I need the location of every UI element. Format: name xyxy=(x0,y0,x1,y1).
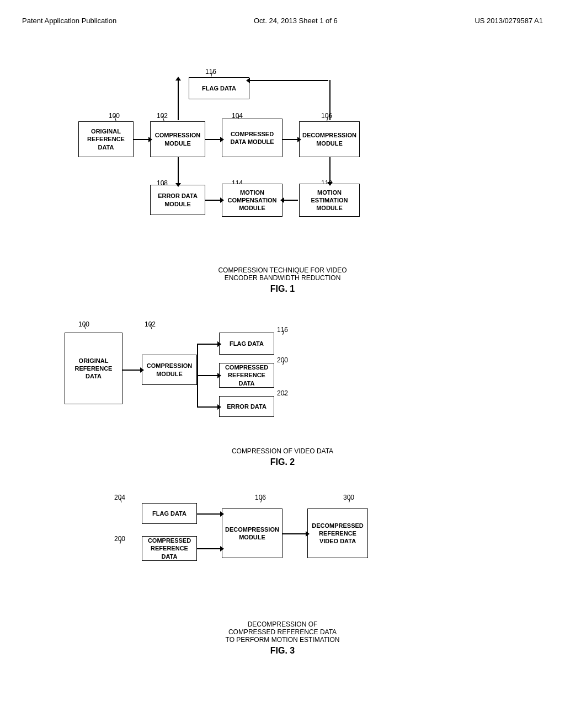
box-motion-comp: MOTION COMPENSATION MODULE xyxy=(222,184,282,217)
fig3-box-decompressed-ref: DECOMPRESSED REFERENCE VIDEO DATA xyxy=(307,508,368,558)
fig3-section: 204 106 300 200 \ / / / FLAG DATA COMPRE… xyxy=(22,484,543,656)
header-center: Oct. 24, 2013 Sheet 1 of 6 xyxy=(254,17,338,25)
arrow-decomp-flag-v xyxy=(329,80,331,120)
fig2-box-flag: FLAG DATA xyxy=(219,333,274,355)
fig2-box-compressed-ref: COMPRESSED REFERENCE DATA xyxy=(219,363,274,388)
fig2-box-error: ERROR DATA xyxy=(219,396,274,417)
box-motion-est: MOTION ESTIMATION MODULE xyxy=(299,184,360,217)
fig2-bracket-v xyxy=(197,344,198,406)
box-compression-1: COMPRESSION MODULE xyxy=(150,121,205,157)
fig2-box-orig-ref: ORIGINAL REFERENCE DATA xyxy=(65,333,122,404)
fig2-diagram: 100 102 116 200 202 \ \ / / ~ ORIGINAL R… xyxy=(34,311,531,443)
fig3-title: DECOMPRESSION OF COMPRESSED REFERENCE DA… xyxy=(22,620,543,644)
fig3-box-compressed-ref: COMPRESSED REFERENCE DATA xyxy=(142,536,197,561)
page: Patent Application Publication Oct. 24, … xyxy=(0,0,565,728)
fig2-label: FIG. 2 xyxy=(22,457,543,467)
fig2-arrow-comp-err-h xyxy=(197,406,218,408)
fig1-section: 116 100 102 104 106 108 114 112 / \ \ / … xyxy=(22,52,543,294)
arrow-orig-comp xyxy=(134,139,149,140)
fig2-box-compression: COMPRESSION MODULE xyxy=(142,355,197,385)
fig2-title: COMPRESSION OF VIDEO DATA xyxy=(22,447,543,455)
arrow-comp-error xyxy=(178,157,179,184)
box-error-data: ERROR DATA MODULE xyxy=(150,185,205,215)
fig2-arrow-comp-cref xyxy=(197,375,218,376)
fig3-label: FIG. 3 xyxy=(22,646,543,656)
fig1-label: FIG. 1 xyxy=(22,284,543,294)
fig3-arrow-flag-decomp xyxy=(197,513,221,515)
box-decompression-1: DECOMPRESSION MODULE xyxy=(299,121,360,157)
header-left: Patent Application Publication xyxy=(22,17,116,25)
fig1-title: COMPRESSION TECHNIQUE FOR VIDEO ENCODER … xyxy=(22,266,543,282)
fig3-arrow-decomp-dref xyxy=(282,533,306,534)
box-flag-data-1: FLAG DATA xyxy=(189,77,249,99)
fig1-diagram: 116 100 102 104 106 108 114 112 / \ \ / … xyxy=(34,52,531,262)
arrow-error-motcomp xyxy=(205,200,221,201)
fig3-diagram: 204 106 300 200 \ / / / FLAG DATA COMPRE… xyxy=(34,484,531,616)
fig3-arrow-cref-decomp xyxy=(197,548,221,549)
fig2-arrow-orig-comp xyxy=(122,370,141,371)
arrow-decomp-modest xyxy=(329,157,331,183)
arrow-modest-motcomp xyxy=(284,200,298,201)
header-right: US 2013/0279587 A1 xyxy=(475,17,543,25)
fig3-box-decompression: DECOMPRESSION MODULE xyxy=(222,508,282,558)
arrow-comp-flag xyxy=(178,80,179,120)
arrow-flag-decomp-h xyxy=(249,80,328,81)
fig2-section: 100 102 116 200 202 \ \ / / ~ ORIGINAL R… xyxy=(22,311,543,467)
box-original-ref-1: ORIGINAL REFERENCE DATA xyxy=(78,121,134,157)
arrow-cdata-decomp xyxy=(282,139,298,140)
header: Patent Application Publication Oct. 24, … xyxy=(22,11,543,36)
fig2-arrow-comp-flag-h xyxy=(197,344,218,345)
fig3-box-flag: FLAG DATA xyxy=(142,503,197,524)
arrow-comp-cdata xyxy=(205,139,221,140)
box-compressed-data: COMPRESSED DATA MODULE xyxy=(222,119,282,157)
